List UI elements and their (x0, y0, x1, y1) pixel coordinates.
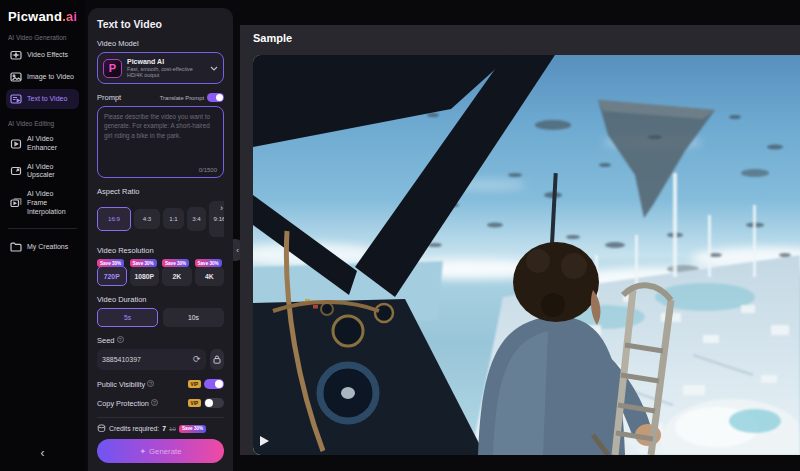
public-visibility-row: Public Visibility? VIP (97, 379, 224, 389)
credits-required-label: Credits required: (109, 425, 159, 432)
text-to-video-panel: Text to Video Video Model P Picwand AI F… (88, 8, 233, 471)
sidebar-item-label: My Creations (27, 243, 68, 252)
translate-prompt-label: Translate Prompt (160, 95, 204, 101)
panel-title: Text to Video (97, 18, 224, 30)
save-badge: Save 30% (179, 425, 206, 433)
save-badge: Save 30% (162, 259, 189, 267)
seed-input-wrap: ⟳ (97, 349, 206, 370)
sample-video[interactable] (253, 55, 800, 455)
seed-label: Seed? (97, 336, 224, 345)
sidebar-item-label: AI Video Frame Interpolation (27, 190, 75, 216)
credits-icon (97, 424, 106, 433)
seed-lock-button[interactable] (210, 349, 224, 370)
model-description: Fast, smooth, cost-effective HD/4K outpu… (127, 66, 205, 78)
duration-label: Video Duration (97, 295, 224, 304)
toggle-knob (216, 94, 223, 101)
picwand-logo-icon: P (103, 59, 122, 78)
char-counter: 0/1500 (199, 167, 217, 173)
credits-original-value: 10 (169, 425, 176, 432)
vip-badge: VIP (188, 399, 201, 407)
generate-button[interactable]: ✦ Generate (97, 439, 224, 463)
aspect-ratio-16-9[interactable]: 16:9 (97, 207, 131, 231)
sample-title: Sample (253, 32, 292, 44)
text-video-icon (10, 93, 22, 105)
toggle-knob (205, 399, 213, 407)
sidebar: Picwand.ai AI Video Generation Video Eff… (0, 0, 85, 471)
sidebar-item-label: Text to Video (27, 95, 67, 104)
sidebar-item-text-to-video[interactable]: Text to Video (6, 89, 79, 109)
sidebar-item-frame-interpolation[interactable]: AI Video Frame Interpolation (6, 186, 79, 220)
sidebar-item-video-enhancer[interactable]: AI Video Enhancer (6, 131, 79, 157)
app-window: Picwand.ai AI Video Generation Video Eff… (0, 0, 800, 471)
sparkle-icon: ✦ (139, 447, 146, 456)
visibility-help-icon[interactable]: ? (147, 380, 154, 387)
sidebar-section-editing: AI Video Editing (8, 120, 77, 127)
lock-icon (213, 355, 221, 364)
sidebar-item-video-upscaler[interactable]: AI Video Upscaler (6, 159, 79, 185)
aspect-ratio-label: Aspect Ratio (97, 187, 224, 196)
seed-input[interactable] (102, 356, 193, 363)
panel-footer: Credits required: 7 10 Save 30% ✦ Genera… (97, 417, 224, 463)
play-button[interactable] (260, 436, 269, 446)
video-effects-icon (10, 49, 22, 61)
resolution-720p[interactable]: 720P (97, 266, 127, 286)
video-model-label: Video Model (97, 39, 224, 48)
resolution-1080p[interactable]: 1080P (130, 266, 160, 286)
sidebar-divider (8, 228, 77, 229)
duration-5s[interactable]: 5s (97, 308, 158, 327)
generate-label: Generate (149, 447, 182, 456)
resolution-label: Video Resolution (97, 246, 224, 255)
brand-suffix: .ai (62, 9, 77, 24)
save-badge: Save 30% (130, 259, 157, 267)
sidebar-item-my-creations[interactable]: My Creations (6, 237, 79, 257)
public-visibility-label: Public Visibility? (97, 380, 154, 389)
model-meta: Picwand AI Fast, smooth, cost-effective … (127, 58, 205, 78)
sidebar-item-label: AI Video Upscaler (27, 163, 75, 181)
model-name: Picwand AI (127, 58, 205, 65)
duration-group: 5s 10s (97, 308, 224, 327)
credits-value: 7 (162, 425, 166, 432)
sidebar-item-video-effects[interactable]: Video Effects (6, 45, 79, 65)
aspect-ratio-3-4[interactable]: 3:4 (187, 207, 206, 231)
copy-protection-toggle[interactable] (204, 398, 224, 408)
sidebar-item-label: Video Effects (27, 51, 68, 60)
save-badge: Save 30% (195, 259, 222, 267)
sidebar-item-label: Image to Video (27, 73, 74, 82)
resolution-4k[interactable]: 4K (195, 266, 225, 286)
aspect-ratio-group: 16:9 4:3 1:1 3:4 9:16 21:9 › (97, 200, 224, 238)
save-badge: Save 30% (97, 259, 124, 267)
sidebar-item-image-to-video[interactable]: Image to Video (6, 67, 79, 87)
copy-protection-label: Copy Protection? (97, 399, 158, 408)
toggle-knob (215, 380, 223, 388)
image-icon (10, 71, 22, 83)
video-model-select[interactable]: P Picwand AI Fast, smooth, cost-effectiv… (97, 52, 224, 84)
folder-icon (10, 241, 22, 253)
cockpit-graphic (253, 55, 800, 455)
seed-help-icon[interactable]: ? (117, 336, 124, 343)
translate-prompt-toggle[interactable] (207, 93, 224, 102)
copy-protection-row: Copy Protection? VIP (97, 398, 224, 408)
frame-interpolation-icon (10, 197, 22, 209)
aspect-ratio-1-1[interactable]: 1:1 (163, 208, 184, 229)
sidebar-section-generation: AI Video Generation (8, 34, 77, 41)
seed-refresh-icon[interactable]: ⟳ (193, 355, 201, 364)
resolution-2k[interactable]: 2K (162, 266, 192, 286)
prompt-label: Prompt (97, 93, 121, 102)
enhancer-icon (10, 138, 22, 150)
resolution-group: Save 30% 720P Save 30% 1080P Save 30% 2K… (97, 259, 224, 286)
aspect-ratio-scroll-right-icon[interactable]: › (220, 204, 223, 213)
vip-badge: VIP (188, 380, 201, 388)
protection-help-icon[interactable]: ? (151, 399, 158, 406)
upscaler-icon (10, 165, 22, 177)
sample-preview-panel: Sample (240, 25, 800, 455)
duration-10s[interactable]: 10s (163, 308, 224, 327)
prompt-input[interactable] (104, 112, 217, 165)
brand-logo[interactable]: Picwand.ai (8, 9, 79, 24)
brand-name: Picwand (8, 9, 62, 24)
sidebar-collapse-button[interactable]: ‹ (6, 443, 79, 463)
chevron-down-icon (210, 66, 218, 71)
public-visibility-toggle[interactable] (204, 379, 224, 389)
sidebar-item-label: AI Video Enhancer (27, 135, 75, 153)
aspect-ratio-4-3[interactable]: 4:3 (134, 209, 160, 229)
prompt-box: 0/1500 (97, 106, 224, 178)
